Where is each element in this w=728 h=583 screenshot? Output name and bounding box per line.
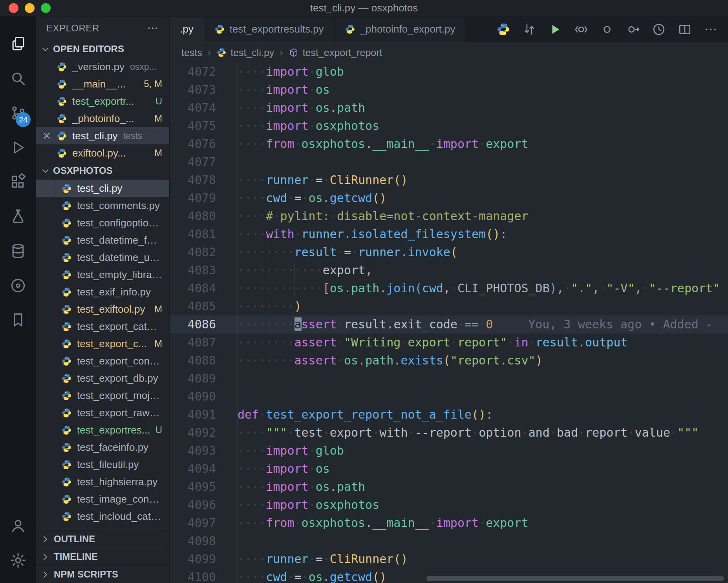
code-line[interactable]: 4096····import·osxphotos	[170, 496, 728, 514]
code-line[interactable]: 4093····import·glob	[170, 442, 728, 460]
code-line[interactable]: 4097····from·osxphotos.__main__·import·e…	[170, 514, 728, 532]
open-editor-item[interactable]: exiftool.py...M	[36, 144, 169, 162]
token: #	[266, 209, 273, 223]
open-editor-item[interactable]: __main__...5, M	[36, 75, 169, 93]
token: "-V"	[606, 281, 635, 295]
activity-bar-explorer[interactable]	[0, 27, 36, 61]
tree-item[interactable]: test_export_raw_ca...	[36, 404, 169, 421]
tree-item[interactable]: test_export_conver...	[36, 352, 169, 370]
code-line[interactable]: 4076····from·osxphotos.__main__·import·e…	[170, 135, 728, 153]
section-timeline[interactable]: TIMELINE	[36, 548, 169, 565]
code-line[interactable]: 4073····import·os	[170, 81, 728, 99]
run-with-coverage-icon[interactable]	[574, 22, 588, 36]
tree-item[interactable]: test_export_c...M	[36, 335, 169, 352]
code-line[interactable]: 4075····import·osxphotos	[170, 117, 728, 135]
activity-bar-accounts[interactable]	[0, 508, 36, 543]
code-line[interactable]: 4098	[170, 532, 728, 550]
code-line[interactable]: 4091def·test_export_report_not_a_file():	[170, 406, 728, 424]
tree-item[interactable]: test_highsierra.py	[36, 473, 169, 490]
activity-bar-source-control[interactable]: 24	[0, 96, 36, 130]
tree-item[interactable]: test_datetime_form...	[36, 231, 169, 249]
code-line[interactable]: 4094····import·os	[170, 460, 728, 478]
close-icon[interactable]	[42, 131, 52, 141]
tree-item[interactable]: test_export_mojave...	[36, 387, 169, 404]
token: ,	[592, 281, 599, 295]
code-editor[interactable]: 4072····import·glob4073····import·os4074…	[170, 63, 728, 583]
circle-outline-icon[interactable]	[600, 22, 614, 36]
code-line[interactable]: 4082········result·=·runner.invoke(	[170, 243, 728, 261]
project-section-header[interactable]: OSXPHOTOS	[36, 162, 169, 180]
activity-bar-run-and-debug[interactable]	[0, 130, 36, 165]
code-line[interactable]: 4088········assert·os.path.exists("repor…	[170, 352, 728, 370]
tree-item[interactable]: test_empty_library_...	[36, 266, 169, 283]
open-editor-item[interactable]: _photoinfo_...M	[36, 110, 169, 127]
activity-bar-testing[interactable]	[0, 199, 36, 234]
code-line[interactable]: 4081····with·runner.isolated_filesystem(…	[170, 225, 728, 243]
code-line[interactable]: 4077	[170, 153, 728, 171]
token: ,	[365, 263, 372, 277]
code-line[interactable]: 4099····runner·=·CliRunner()	[170, 550, 728, 568]
code-line[interactable]: 4072····import·glob	[170, 63, 728, 81]
token: (	[443, 353, 450, 367]
open-editor-item[interactable]: _version.pyosxp...	[36, 58, 169, 75]
run-to-line-icon[interactable]	[626, 22, 640, 36]
tree-item[interactable]: test_image_convert...	[36, 490, 169, 508]
section-outline[interactable]: OUTLINE	[36, 530, 169, 548]
tree-item[interactable]: test_fileutil.py	[36, 456, 169, 473]
activity-bar-search[interactable]	[0, 61, 36, 96]
code-line[interactable]: 4092····"""·test·export·with·--report·op…	[170, 424, 728, 442]
tree-item[interactable]: test_datetime_utils....	[36, 249, 169, 266]
tree-item[interactable]: test_comments.py	[36, 197, 169, 214]
code-line[interactable]: 4080····#·pylint:·disable=not-context-ma…	[170, 207, 728, 225]
code-line[interactable]: 4084············[os.path.join(cwd,·CLI_P…	[170, 279, 728, 297]
line-number: 4097	[170, 514, 216, 532]
tab[interactable]: _photoinfo_export.py	[335, 16, 466, 42]
close-window-button[interactable]	[9, 3, 18, 13]
tree-item[interactable]: test_exif_info.py	[36, 283, 169, 301]
open-editors-header[interactable]: OPEN EDITORS	[36, 40, 169, 58]
code-line[interactable]: 4090	[170, 388, 728, 406]
tree-item[interactable]: test_exiftool.pyM	[36, 301, 169, 318]
tree-item[interactable]: test_export_catalin...	[36, 318, 169, 335]
activity-bar-audio[interactable]	[0, 268, 36, 303]
tree-item[interactable]: test_faceinfo.py	[36, 439, 169, 456]
tab[interactable]: test_exportresults.py	[204, 16, 335, 42]
code-line[interactable]: 4085········)	[170, 297, 728, 315]
activity-bar-extensions[interactable]	[0, 165, 36, 199]
tree-item[interactable]: test_export_db.py	[36, 370, 169, 387]
tree-item[interactable]: test_incloud_catali...	[36, 508, 169, 525]
horizontal-scrollbar[interactable]	[426, 576, 724, 581]
code-line[interactable]: 4083············export,	[170, 261, 728, 279]
whitespace-dots: ·	[429, 137, 436, 151]
breadcrumb-item[interactable]: tests	[181, 47, 202, 58]
code-text: ····runner·=·CliRunner()	[237, 550, 728, 568]
minimize-window-button[interactable]	[25, 3, 35, 13]
compare-changes-icon[interactable]	[522, 22, 536, 36]
more-actions-icon[interactable]	[146, 22, 159, 35]
breadcrumb-item[interactable]: test_cli.py	[216, 47, 274, 58]
code-line[interactable]: 4074····import·os.path	[170, 99, 728, 117]
code-line[interactable]: 4078····runner·=·CliRunner()	[170, 171, 728, 189]
code-line[interactable]: 4079····cwd·=·os.getcwd()	[170, 189, 728, 207]
tree-item[interactable]: test_cli.py	[36, 180, 169, 197]
breadcrumb-item[interactable]: test_export_report	[289, 47, 382, 58]
activity-bar-settings[interactable]	[0, 543, 36, 578]
code-line[interactable]: 4087········assert·"Writing·export·repor…	[170, 333, 728, 352]
maximize-window-button[interactable]	[41, 3, 51, 13]
code-line[interactable]: 4095····import·os.path	[170, 478, 728, 496]
activity-bar-bookmarks[interactable]	[0, 303, 36, 337]
split-editor-icon[interactable]	[678, 22, 692, 36]
section-npm-scripts[interactable]: NPM SCRIPTS	[36, 565, 169, 583]
tab[interactable]: .py	[170, 16, 204, 42]
open-editor-item[interactable]: test_cli.pytests	[36, 127, 169, 144]
open-editor-item[interactable]: test_exportr...U	[36, 93, 169, 110]
more-actions-icon[interactable]	[704, 22, 718, 36]
tree-item[interactable]: test_configoptions....	[36, 214, 169, 231]
tree-item[interactable]: test_exportres...U	[36, 421, 169, 439]
python-interpreter-icon[interactable]	[496, 22, 510, 36]
code-line[interactable]: 4089	[170, 370, 728, 388]
code-line[interactable]: 4086········assert·result.exit_code·==·0…	[170, 315, 728, 333]
run-python-file-icon[interactable]	[548, 22, 562, 36]
history-icon[interactable]	[652, 22, 666, 36]
activity-bar-database[interactable]	[0, 234, 36, 268]
